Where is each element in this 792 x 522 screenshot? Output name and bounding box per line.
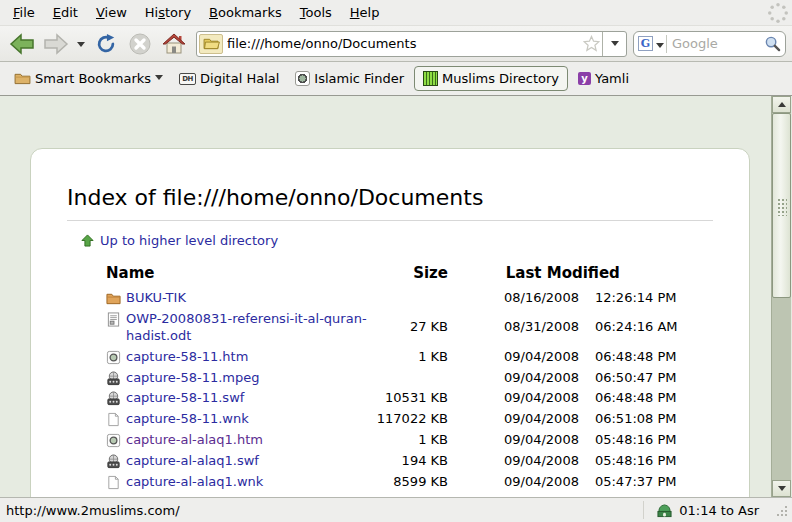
file-type-icon bbox=[106, 454, 121, 469]
file-time-cell: 12:26:14 PM bbox=[579, 288, 678, 309]
forward-button[interactable] bbox=[40, 29, 72, 59]
menu-view[interactable]: View bbox=[87, 1, 136, 24]
file-name-cell: capture-58-11.swf bbox=[106, 388, 370, 409]
search-engine-dropdown-icon[interactable] bbox=[653, 35, 667, 53]
file-type-icon bbox=[106, 371, 121, 386]
bookmark-smart-bookmarks[interactable]: Smart Bookmarks bbox=[8, 67, 169, 90]
url-input[interactable]: file:///home/onno/Documents bbox=[227, 36, 580, 51]
menu-tools[interactable]: Tools bbox=[291, 1, 341, 24]
window-resize-grip[interactable] bbox=[775, 504, 788, 517]
file-link[interactable]: capture-58-11.swf bbox=[126, 390, 244, 407]
file-link[interactable]: capture-58-11.htm bbox=[126, 349, 248, 366]
bookmark-star-icon[interactable] bbox=[580, 35, 602, 52]
file-size-cell: 117022 KB bbox=[370, 409, 448, 430]
file-date-cell: 09/04/2008 bbox=[448, 451, 579, 472]
scrollbar-thumb[interactable] bbox=[772, 113, 791, 298]
file-name-cell: capture-al-alaq1.swf bbox=[106, 451, 370, 472]
file-name-cell: BUKU-TIK bbox=[106, 288, 370, 309]
search-box[interactable]: G Google bbox=[633, 31, 786, 57]
url-dropdown-button[interactable] bbox=[602, 32, 626, 56]
history-dropdown-icon[interactable] bbox=[74, 37, 88, 51]
file-link[interactable]: capture-al-alaq1.htm bbox=[126, 432, 263, 449]
table-row: BUKU-TIK 08/16/2008 12:26:14 PM bbox=[106, 288, 678, 309]
menu-help[interactable]: Help bbox=[341, 1, 389, 24]
triangle-up-icon bbox=[778, 98, 786, 107]
file-date-cell: 08/31/2008 bbox=[448, 309, 579, 347]
scroll-up-button[interactable] bbox=[772, 96, 791, 113]
up-directory-link[interactable]: Up to higher level directory bbox=[100, 233, 278, 248]
search-input[interactable]: Google bbox=[672, 36, 761, 51]
table-row: capture-al-alaq1.swf 194 KB 09/04/2008 0… bbox=[106, 451, 678, 472]
file-time-cell: 06:50:47 PM bbox=[579, 368, 678, 389]
file-size-cell bbox=[370, 288, 448, 309]
yamli-icon: y bbox=[578, 72, 591, 85]
file-link[interactable]: OWP-20080831-referensi-it-al-quran-hadis… bbox=[126, 311, 370, 345]
file-name-cell: capture-al-alaq1.htm bbox=[106, 430, 370, 451]
folder-icon bbox=[14, 72, 31, 85]
file-name-cell: capture-58-11.mpeg bbox=[106, 368, 370, 389]
browser-window: File Edit View History Bookmarks Tools H… bbox=[0, 0, 792, 522]
up-arrow-icon bbox=[81, 234, 94, 247]
file-size-cell: 27 KB bbox=[370, 309, 448, 347]
url-bar[interactable]: file:///home/onno/Documents bbox=[196, 31, 627, 57]
table-row: capture-al-alaq1.wnk 8599 KB 09/04/2008 … bbox=[106, 472, 678, 493]
home-button[interactable] bbox=[158, 29, 190, 59]
file-link[interactable]: capture-58-11.wnk bbox=[126, 411, 249, 428]
file-date-cell: 09/04/2008 bbox=[448, 388, 579, 409]
menu-edit[interactable]: Edit bbox=[44, 1, 87, 24]
file-link[interactable]: capture-al-alaq1.wnk bbox=[126, 474, 263, 491]
column-header-name: Name bbox=[106, 264, 370, 288]
menu-file[interactable]: File bbox=[4, 1, 44, 24]
file-type-icon bbox=[106, 312, 121, 327]
vertical-scrollbar[interactable] bbox=[771, 96, 791, 497]
file-type-icon bbox=[106, 412, 121, 427]
bookmark-yamli[interactable]: y Yamli bbox=[572, 67, 635, 90]
scrollbar-grip-icon bbox=[777, 198, 787, 216]
stop-button[interactable] bbox=[124, 29, 156, 59]
directory-listing-panel: Index of file:///home/onno/Documents Up … bbox=[30, 148, 750, 497]
file-time-cell: 05:48:16 PM bbox=[579, 451, 678, 472]
file-date-cell: 09/04/2008 bbox=[448, 347, 579, 368]
bookmark-islamic-finder[interactable]: Islamic Finder bbox=[289, 67, 410, 90]
menu-history[interactable]: History bbox=[136, 1, 200, 24]
bookmark-label: Smart Bookmarks bbox=[35, 71, 151, 86]
page-content: Index of file:///home/onno/Documents Up … bbox=[0, 96, 792, 497]
back-button[interactable] bbox=[6, 29, 38, 59]
table-row: capture-58-11.mpeg 09/04/2008 06:50:47 P… bbox=[106, 368, 678, 389]
bookmark-label: Digital Halal bbox=[200, 71, 279, 86]
file-time-cell: 05:47:37 PM bbox=[579, 472, 678, 493]
islamic-finder-icon bbox=[295, 71, 310, 86]
file-type-icon bbox=[106, 391, 121, 406]
scroll-down-button[interactable] bbox=[772, 480, 791, 497]
file-link[interactable]: BUKU-TIK bbox=[126, 290, 186, 307]
status-bar: http://www.2muslims.com/ 01:14 to Asr bbox=[0, 497, 792, 522]
reload-button[interactable] bbox=[90, 29, 122, 59]
file-size-cell: 194 KB bbox=[370, 451, 448, 472]
status-link-text: http://www.2muslims.com/ bbox=[6, 503, 643, 518]
file-size-cell: 1 KB bbox=[370, 347, 448, 368]
file-link[interactable]: capture-58-11.mpeg bbox=[126, 370, 260, 387]
file-name-cell: OWP-20080831-referensi-it-al-quran-hadis… bbox=[106, 309, 370, 347]
table-row: capture-58-11.swf 10531 KB 09/04/2008 06… bbox=[106, 388, 678, 409]
file-name-cell: capture-58-11.wnk bbox=[106, 409, 370, 430]
file-size-cell: 10531 KB bbox=[370, 388, 448, 409]
file-date-cell: 09/04/2008 bbox=[448, 409, 579, 430]
file-date-cell: 09/04/2008 bbox=[448, 472, 579, 493]
triangle-down-icon bbox=[778, 486, 786, 495]
file-name-cell: capture-al-alaq1.wnk bbox=[106, 472, 370, 493]
search-magnifier-icon[interactable] bbox=[761, 35, 783, 52]
navigation-toolbar: file:///home/onno/Documents G Google bbox=[0, 26, 792, 62]
table-row: capture-al-alaq1.htm 1 KB 09/04/2008 05:… bbox=[106, 430, 678, 451]
menu-bookmarks[interactable]: Bookmarks bbox=[200, 1, 291, 24]
bookmark-digital-halal[interactable]: DH Digital Halal bbox=[173, 67, 285, 90]
file-time-cell: 05:48:16 PM bbox=[579, 430, 678, 451]
file-link[interactable]: capture-al-alaq1.swf bbox=[126, 453, 259, 470]
prayer-time-text: 01:14 to Asr bbox=[679, 503, 759, 518]
file-type-icon bbox=[106, 291, 121, 306]
prayer-time-widget[interactable]: 01:14 to Asr bbox=[643, 501, 773, 519]
table-row: capture-58-11.wnk 117022 KB 09/04/2008 0… bbox=[106, 409, 678, 430]
google-engine-icon[interactable]: G bbox=[638, 36, 653, 51]
table-row: capture-58-11.htm 1 KB 09/04/2008 06:48:… bbox=[106, 347, 678, 368]
file-name-cell: capture-58-11.htm bbox=[106, 347, 370, 368]
bookmark-muslims-directory[interactable]: Muslims Directory bbox=[414, 66, 568, 91]
